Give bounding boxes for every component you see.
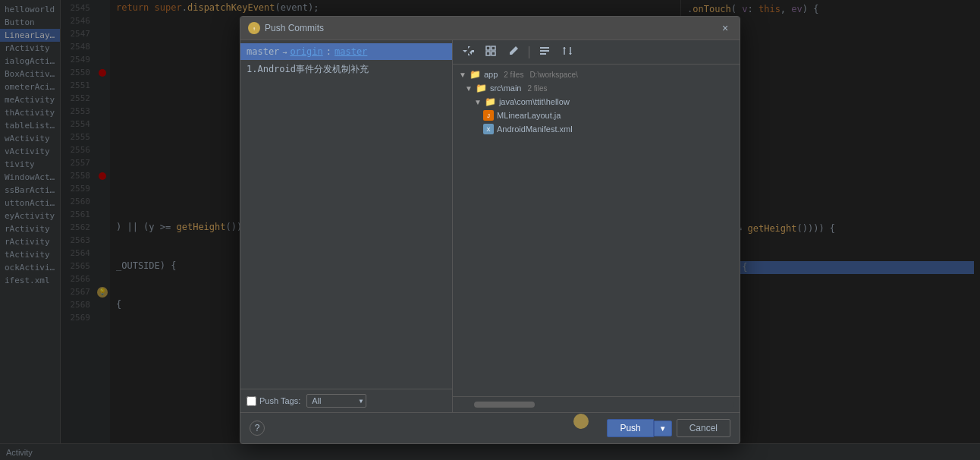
edit-button[interactable] — [504, 43, 523, 61]
branch-arrow-icon: → — [282, 48, 287, 56]
branch-separator: : — [326, 46, 331, 57]
dialog-footer: ? Push ▼ Cancel — [240, 412, 740, 443]
push-button[interactable]: Push — [607, 419, 653, 437]
folder-icon-app: 📁 — [470, 69, 481, 80]
help-button[interactable]: ? — [250, 421, 265, 436]
svg-rect-5 — [492, 46, 495, 50]
tree-srcmain-label: src\main — [490, 83, 522, 93]
commit-label: 1.Android事件分发机制补充 — [247, 63, 369, 76]
scrollbar-track[interactable] — [459, 402, 733, 408]
tree-app-path: D:\workspace\ — [529, 71, 577, 79]
svg-text:↑: ↑ — [253, 26, 256, 32]
tree-app-meta: 2 files — [504, 71, 523, 79]
push-tags-checkbox[interactable] — [247, 396, 256, 406]
svg-rect-9 — [540, 50, 549, 52]
tree-item-java[interactable]: ▼ 📁 java\com\ttit\hellow — [453, 95, 740, 109]
dialog-title-left: ↑ Push Commits — [248, 22, 324, 34]
fetch-button[interactable] — [459, 43, 477, 61]
toolbar-separator — [529, 46, 529, 58]
tree-item-mlinearlayout[interactable]: J MLinearLayout.ja — [453, 109, 740, 122]
file-tree[interactable]: ▼ 📁 app 2 files D:\workspace\ ▼ 📁 src\ma… — [453, 65, 740, 396]
push-tags-text: Push Tags: — [259, 396, 300, 405]
dialog-titlebar: ↑ Push Commits × — [240, 17, 740, 40]
sort-button[interactable] — [558, 43, 576, 61]
branch-item[interactable]: master → origin : master — [240, 43, 452, 60]
dialog-body: master → origin : master 1.Android事件分发机制… — [240, 40, 740, 412]
scrollbar-thumb[interactable] — [474, 402, 535, 408]
dialog-right-scrollbar-area — [453, 396, 740, 412]
folder-icon-java: 📁 — [485, 96, 496, 107]
java-icon-mlinearlayout: J — [483, 110, 494, 121]
dialog-left-bottom: Push Tags: All None Annotated — [240, 389, 452, 412]
tags-select[interactable]: All None Annotated — [306, 394, 366, 408]
align-button[interactable] — [536, 43, 554, 61]
branch-master-link[interactable]: master — [335, 46, 367, 57]
branch-master-text: master — [247, 46, 279, 57]
modal-overlay: ↑ Push Commits × master → origin : mas — [0, 0, 980, 460]
push-btn-group: Push ▼ — [607, 419, 671, 437]
dialog-close-button[interactable]: × — [718, 21, 732, 35]
svg-rect-8 — [540, 47, 549, 49]
dialog-right-panel: ▼ 📁 app 2 files D:\workspace\ ▼ 📁 src\ma… — [453, 40, 740, 412]
dialog-title-text: Push Commits — [265, 23, 324, 33]
footer-right: Push ▼ Cancel — [607, 419, 730, 437]
expand-button[interactable] — [482, 43, 500, 61]
push-dropdown-button[interactable]: ▼ — [654, 421, 672, 436]
tree-item-srcmain[interactable]: ▼ 📁 src\main 2 files — [453, 81, 740, 95]
dialog-left-panel: master → origin : master 1.Android事件分发机制… — [240, 40, 453, 412]
dialog-right-toolbar — [453, 40, 740, 65]
commit-list[interactable]: master → origin : master 1.Android事件分发机制… — [240, 40, 452, 389]
svg-rect-10 — [540, 53, 546, 55]
branch-origin-link[interactable]: origin — [290, 46, 322, 57]
tree-mlinearlayout-label: MLinearLayout.ja — [497, 111, 561, 120]
folder-icon-srcmain: 📁 — [476, 83, 487, 93]
push-commits-dialog: ↑ Push Commits × master → origin : mas — [240, 16, 740, 444]
tags-select-wrapper[interactable]: All None Annotated — [306, 394, 366, 408]
svg-rect-4 — [486, 46, 490, 50]
push-tags-label[interactable]: Push Tags: — [247, 396, 300, 406]
tree-java-label: java\com\ttit\hellow — [499, 97, 570, 106]
svg-rect-6 — [486, 52, 490, 55]
tree-srcmain-meta: 2 files — [527, 84, 547, 93]
tree-item-androidmanifest[interactable]: X AndroidManifest.xml — [453, 122, 740, 136]
tree-androidmanifest-label: AndroidManifest.xml — [497, 124, 573, 134]
tree-app-label: app — [484, 70, 498, 79]
tree-item-app[interactable]: ▼ 📁 app 2 files D:\workspace\ — [453, 68, 740, 81]
cancel-button[interactable]: Cancel — [677, 419, 730, 437]
xml-icon-androidmanifest: X — [483, 124, 494, 134]
svg-rect-7 — [492, 52, 495, 55]
commit-item[interactable]: 1.Android事件分发机制补充 — [240, 60, 452, 79]
dialog-icon: ↑ — [248, 22, 260, 34]
